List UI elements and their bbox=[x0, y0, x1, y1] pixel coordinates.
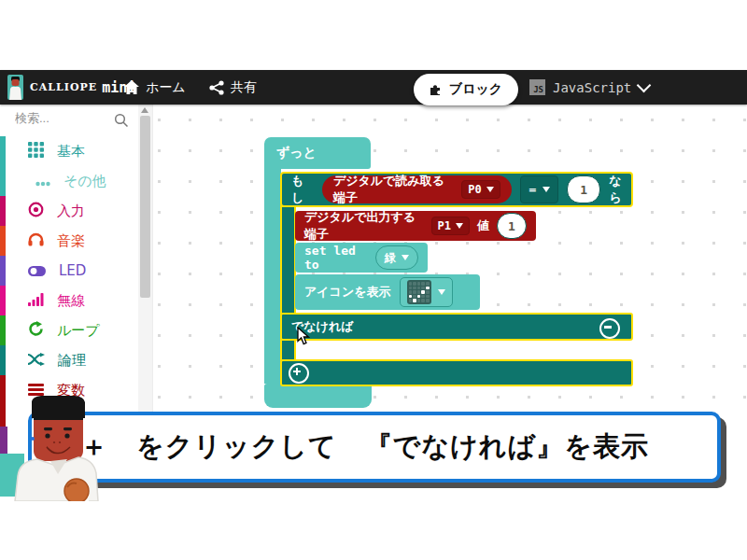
dropdown-arrow-icon bbox=[402, 255, 409, 260]
sidebar-item-label: 音楽 bbox=[57, 232, 85, 250]
sidebar-item-radio[interactable]: 無線 bbox=[0, 286, 138, 315]
value-label: 値 bbox=[477, 217, 489, 234]
digital-read-reporter[interactable]: デジタルで読み取る 端子 P0 bbox=[322, 175, 512, 203]
toolbox-scrollbar[interactable] bbox=[138, 105, 152, 412]
if-label: もし bbox=[291, 173, 314, 206]
calliope-makecode-editor: CALLIOPE mini ホーム 共有 JS JavaScript ブロック bbox=[0, 0, 747, 560]
expand-else-button[interactable] bbox=[289, 363, 309, 384]
show-icon-label: アイコンを表示 bbox=[304, 284, 391, 301]
pin-value: P1 bbox=[438, 219, 451, 232]
mouse-cursor-icon bbox=[297, 327, 312, 350]
loop-arrow-icon bbox=[28, 321, 44, 341]
sidebar-item-label: 基本 bbox=[57, 143, 85, 161]
if-block-footer[interactable] bbox=[280, 359, 633, 386]
pin-value: P0 bbox=[468, 183, 481, 196]
shuffle-icon bbox=[28, 352, 45, 370]
input-target-icon bbox=[28, 202, 44, 221]
sidebar-item-label: 入力 bbox=[57, 203, 85, 220]
chevron-down-icon bbox=[637, 78, 652, 93]
led-color-dropdown[interactable]: 緑 bbox=[375, 245, 418, 270]
calliope-logo-icon bbox=[7, 75, 23, 100]
puzzle-piece-icon bbox=[430, 83, 443, 96]
led-color-value: 緑 bbox=[385, 250, 396, 266]
sidebar-item-label: 論理 bbox=[58, 352, 86, 370]
search-icon bbox=[114, 113, 129, 132]
header-bar: CALLIOPE mini ホーム 共有 JS JavaScript bbox=[0, 70, 747, 105]
category-strip-music bbox=[0, 226, 6, 256]
write-value-input[interactable]: 1 bbox=[497, 213, 527, 239]
else-body-spine[interactable] bbox=[280, 339, 296, 361]
operator-dropdown[interactable]: = bbox=[520, 175, 559, 203]
sidebar-item-input[interactable]: 入力 bbox=[0, 196, 138, 226]
home-label: ホーム bbox=[146, 79, 186, 96]
brand[interactable]: CALLIOPE mini bbox=[7, 75, 135, 100]
ellipsis-icon bbox=[35, 173, 50, 190]
javascript-icon: JS bbox=[529, 79, 545, 95]
tutorial-caption-bar: ＋ をクリックして 『でなければ』を表示 bbox=[28, 412, 721, 483]
search-input[interactable] bbox=[13, 110, 120, 126]
sidebar-item-basic[interactable]: 基本 bbox=[0, 136, 138, 166]
share-label: 共有 bbox=[231, 79, 257, 96]
dropdown-arrow-icon bbox=[438, 289, 445, 295]
sidebar-item-label: 無線 bbox=[57, 292, 85, 310]
scroll-up-arrow-icon[interactable] bbox=[141, 107, 148, 113]
sidebar-item-more[interactable]: その他 bbox=[0, 166, 138, 196]
signal-bars-icon bbox=[28, 292, 44, 310]
set-led-label: set led to bbox=[304, 244, 368, 272]
headphones-icon bbox=[28, 232, 44, 250]
search-row bbox=[0, 108, 138, 134]
write-value: 1 bbox=[508, 219, 515, 233]
toggle-icon bbox=[28, 262, 46, 280]
share-icon bbox=[209, 80, 224, 95]
show-icon-block[interactable]: アイコンを表示 bbox=[295, 274, 480, 310]
home-icon bbox=[124, 80, 139, 94]
forever-block[interactable]: ずっと bbox=[264, 137, 371, 169]
share-button[interactable]: 共有 bbox=[209, 70, 257, 105]
pin-dropdown[interactable]: P1 bbox=[431, 217, 470, 235]
set-led-block[interactable]: set led to 緑 bbox=[295, 243, 428, 273]
category-strip-radio bbox=[0, 286, 6, 315]
category-strip-input bbox=[0, 196, 6, 226]
icon-picker-dropdown[interactable] bbox=[400, 277, 453, 307]
then-label: なら bbox=[609, 173, 631, 206]
operator-value: = bbox=[529, 184, 537, 196]
blocks-toggle[interactable]: ブロック bbox=[414, 74, 518, 105]
sidebar-item-label: ループ bbox=[57, 322, 100, 340]
compare-value: 1 bbox=[580, 183, 587, 197]
dropdown-arrow-icon bbox=[486, 187, 494, 192]
digital-write-block[interactable]: デジタルで出力する 端子 P1 値 1 bbox=[295, 211, 536, 241]
home-button[interactable]: ホーム bbox=[124, 70, 186, 105]
sidebar-item-music[interactable]: 音楽 bbox=[0, 226, 138, 256]
if-block-spine[interactable] bbox=[280, 205, 296, 315]
blocks-toggle-label: ブロック bbox=[449, 81, 502, 98]
digital-read-label: デジタルで読み取る 端子 bbox=[333, 173, 454, 206]
sidebar-item-label: その他 bbox=[63, 173, 106, 190]
caption-text: ＋ をクリックして 『でなければ』を表示 bbox=[80, 428, 649, 466]
led-pattern-icon bbox=[407, 280, 431, 304]
grid-icon bbox=[28, 142, 44, 161]
sidebar-item-logic[interactable]: 論理 bbox=[0, 345, 138, 375]
scrollbar-thumb[interactable] bbox=[140, 116, 150, 298]
forever-block-footer[interactable] bbox=[264, 384, 372, 408]
dropdown-arrow-icon bbox=[543, 187, 550, 192]
toolbox-sidebar: 基本 その他 入力 音楽 LED 無線 bbox=[0, 105, 153, 412]
sidebar-item-led[interactable]: LED bbox=[0, 256, 138, 286]
forever-block-spine[interactable] bbox=[264, 166, 281, 384]
javascript-toggle[interactable]: JS JavaScript bbox=[529, 70, 649, 105]
if-block-header[interactable]: もし デジタルで読み取る 端子 P0 = 1 なら bbox=[280, 172, 633, 207]
brand-name: CALLIOPE bbox=[30, 81, 97, 93]
category-strip-led bbox=[0, 256, 6, 286]
category-strip-logic bbox=[0, 345, 6, 375]
pin-dropdown[interactable]: P0 bbox=[461, 180, 500, 199]
collapse-else-button[interactable] bbox=[599, 318, 620, 339]
dropdown-arrow-icon bbox=[456, 223, 463, 229]
compare-value-input[interactable]: 1 bbox=[567, 175, 600, 203]
digital-write-label: デジタルで出力する 端子 bbox=[304, 209, 424, 243]
category-strip-basic bbox=[0, 136, 6, 196]
presenter-character bbox=[0, 394, 108, 505]
sidebar-item-label: LED bbox=[59, 262, 86, 279]
category-strip-loops bbox=[0, 315, 6, 345]
else-clause-row[interactable]: でなければ bbox=[280, 313, 633, 341]
forever-label: ずっと bbox=[276, 145, 317, 161]
sidebar-item-loops[interactable]: ループ bbox=[0, 315, 138, 345]
